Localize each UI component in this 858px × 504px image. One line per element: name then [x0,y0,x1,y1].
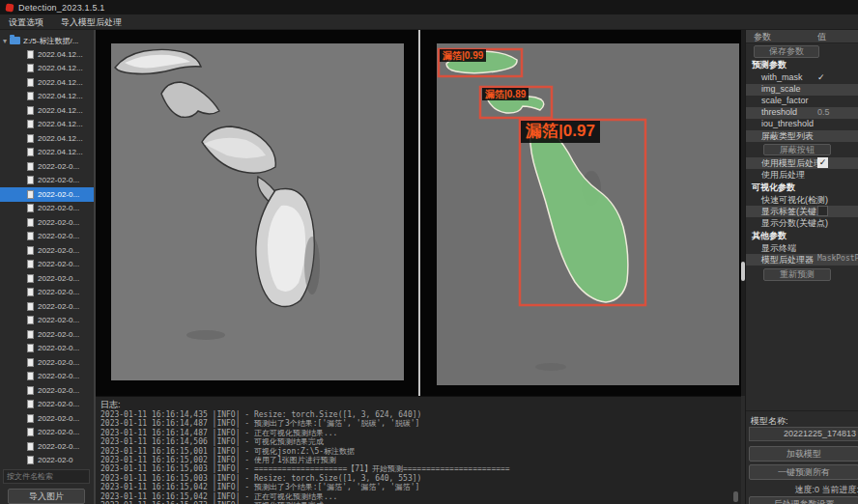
post-settings-button[interactable]: 后处理参数设置 [749,496,858,504]
tree-item-label: 2022-02-0... [38,232,79,240]
tree-item[interactable]: 2022-02-0... [0,426,94,440]
log-line: 2023-01-11 16:16:15,042 |INFO| - 预测出了3个结… [100,483,738,491]
tree-item-label: 2022-02-0... [38,274,79,283]
param-row-with-mask[interactable]: with_mask ✓ [746,72,858,84]
model-name-field[interactable]: 20221225_174813 [749,427,858,441]
param-row-show-label[interactable]: 显示标签(关键点) [746,206,858,217]
tree-item-label: 2022-02-0... [38,372,79,380]
tree-item-label: 2022-02-0... [38,386,79,395]
param-name: 屏蔽类型列表 [761,130,814,143]
file-icon [27,246,34,255]
tree-item-label: 2022-02-0... [38,162,79,171]
file-icon [27,428,34,436]
param-row-scale-factor[interactable]: scale_factor [746,96,858,107]
tree-item[interactable]: 2022.04.12... [0,118,94,132]
expand-arrow-icon[interactable]: ▾ [0,37,10,45]
tree-item[interactable]: 2022.04.12... [0,75,94,90]
import-image-button[interactable]: 导入图片 [8,489,85,504]
file-icon [27,358,34,367]
tree-item-label: 2022-02-0... [38,428,79,436]
param-row-threshold[interactable]: threshold 0.5 [746,107,858,119]
tree-item[interactable]: 2022-02-0... [0,398,94,412]
tree-item[interactable]: 2022-02-0... [0,299,94,314]
tree-item[interactable]: 2022-02-0... [0,202,94,216]
param-row-mask-type-list[interactable]: 屏蔽类型列表 [746,130,858,142]
repredict-button[interactable]: 重新预测 [763,268,831,281]
save-params-button[interactable]: 保存参数 [754,45,819,58]
tree-item-label: 2022.04.12... [38,120,83,128]
file-icon [27,344,34,352]
search-input[interactable] [3,469,90,484]
tree-item[interactable]: 2022-02-0 [0,454,94,468]
params-header-row: 参数 值 [746,30,858,43]
tree-item[interactable]: 2022.04.12... [0,62,94,76]
tree-item[interactable]: 2022-02-0... [0,383,94,398]
tree-item[interactable]: 2022-02-0... [0,327,94,342]
tree-item[interactable]: 2022.04.12... [0,90,94,104]
predict-all-button[interactable]: 一键预测所有 [749,464,858,480]
detection-label-1: 漏箔|0.99 [440,49,486,62]
log-line: 2023-01-11 16:16:15,002 |INFO| - 使用了1张图片… [100,456,738,464]
load-model-button[interactable]: 加载模型 [749,446,858,462]
tree-item[interactable]: 2022-02-0... [0,159,94,174]
tree-item[interactable]: 2022.04.12... [0,146,94,160]
param-name: iou_threshold [761,119,814,128]
tree-item[interactable]: 2022-02-0... [0,355,94,370]
tree-item[interactable]: 2022-02-0... [0,411,94,426]
menu-item-settings[interactable]: 设置选项 [0,14,52,30]
param-row-show-terminal[interactable]: 显示终端 [746,242,858,254]
file-icon [27,274,34,283]
tree-item[interactable]: 2022-02-0... [0,314,94,328]
param-row-model-post-processor[interactable]: 模型后处理器 MaskPostPro [746,254,858,266]
speed-progress-status: 速度:0 当前进度: [749,484,858,496]
param-row-img-scale[interactable]: img_scale [746,84,858,96]
tree-item[interactable]: 2022-02-0... [0,187,94,202]
tree-item[interactable]: 2022-02-0... [0,271,94,286]
checkbox-checked-icon[interactable]: ✓ [817,157,828,168]
log-scrollbar-handle[interactable] [733,491,738,502]
file-icon [27,190,34,199]
tree-item[interactable]: 2022-02-0... [0,258,94,272]
file-icon [27,176,34,184]
log-line: 2023-01-11 16:16:14,487 |INFO| - 正在可视化预测… [100,429,738,437]
tree-item[interactable]: 2022.04.12... [0,47,94,62]
param-name: scale_factor [761,96,809,105]
file-icon [27,92,34,100]
tree-item[interactable]: 2022-02-0... [0,370,94,384]
tree-item-label: 2022-02-0... [38,288,79,296]
viewer-splitter[interactable] [418,30,420,396]
mask-button[interactable]: 屏蔽按钮 [763,144,831,155]
tree-item[interactable]: 2022-02-0... [0,243,94,258]
log-line: 2023-01-11 16:16:15,042 |INFO| - 正在可视化预测… [100,492,738,501]
tree-item[interactable]: 2022-02-0... [0,342,94,356]
tree-item[interactable]: 2022-02-0... [0,230,94,244]
tree-item[interactable]: 2022-02-0... [0,174,94,188]
param-row-use-post[interactable]: 使用后处理 [746,169,858,181]
tree-item-label: 2022.04.12... [38,50,83,59]
param-name: img_scale [761,84,801,94]
tree-item[interactable]: 2022-02-0... [0,286,94,300]
file-icon [27,218,34,227]
log-lines: 2023-01-11 16:16:14,435 |INFO| - Resize:… [100,410,738,504]
param-name: 模型后处理器 [761,254,814,266]
tree-item[interactable]: 2022.04.12... [0,131,94,146]
param-row-quick-vis[interactable]: 快速可视化(检测) [746,194,858,206]
tree-item-label: 2022-02-0... [38,316,79,324]
log-line: 2023-01-11 16:16:14,435 |INFO| - Resize:… [100,410,738,419]
tree-item-label: 2022-02-0... [38,260,79,268]
tree-root-folder[interactable]: ▾ Z:/5-标注数据/... [0,34,94,47]
tree-item[interactable]: 2022-02-0... [0,215,94,230]
tree-item[interactable]: 2022.04.12... [0,103,94,118]
checkbox-empty-icon[interactable] [817,206,828,216]
menu-item-import-postprocess[interactable]: 导入模型后处理 [52,14,130,30]
log-line: 2023-01-11 16:16:14,487 |INFO| - 预测出了3个结… [100,419,738,428]
file-icon [27,232,34,240]
param-name: threshold [761,107,797,117]
file-icon [27,372,34,380]
param-row-show-score[interactable]: 显示分数(关键点) [746,217,858,229]
tree-item[interactable]: 2022-02-0... [0,439,94,454]
param-value: MaskPostPro [817,254,858,263]
param-row-iou-threshold[interactable]: iou_threshold [746,119,858,130]
param-row-use-model-post[interactable]: 使用模型后处理 ✓ [746,157,858,169]
section-other-params: 其他参数 [752,230,786,242]
